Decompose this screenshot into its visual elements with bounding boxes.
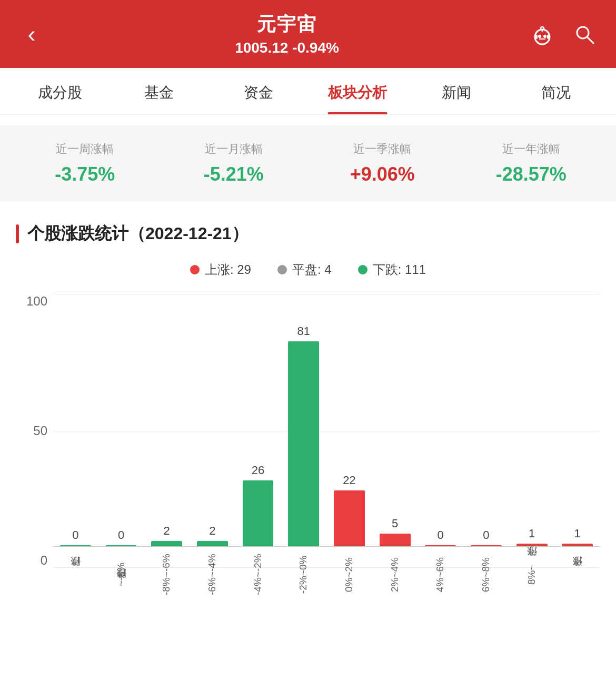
back-button[interactable]: ‹	[16, 18, 47, 50]
bar[interactable]	[60, 545, 91, 546]
stat-yearly-label: 近一年涨幅	[457, 141, 606, 157]
tab-news[interactable]: 新闻	[407, 68, 506, 114]
bar-group: 26	[235, 294, 281, 546]
bar-value-label: 2	[209, 524, 215, 538]
svg-rect-2	[547, 35, 549, 39]
stat-yearly-value: -28.57%	[457, 163, 606, 185]
bar-group: 0	[463, 294, 509, 546]
bar[interactable]	[380, 534, 411, 546]
bar[interactable]	[106, 545, 137, 546]
bar[interactable]	[516, 544, 548, 546]
bar[interactable]	[151, 541, 182, 546]
header-subtitle: 1005.12 -0.94%	[47, 40, 526, 56]
legend-fall-dot	[358, 265, 367, 274]
robot-icon[interactable]	[526, 18, 558, 50]
bar-value-label: 0	[483, 528, 489, 542]
chart-legend: 上涨: 29 平盘: 4 下跌: 111	[16, 261, 600, 278]
legend-rise: 上涨: 29	[190, 261, 251, 278]
bar-value-label: 1	[529, 527, 535, 540]
tab-overview[interactable]: 简况	[506, 68, 605, 114]
section-title: 个股涨跌统计（2022-12-21）	[0, 212, 616, 256]
bar-value-label: 5	[392, 517, 398, 530]
nav-tabs: 成分股 基金 资金 板块分析 新闻 简况	[0, 68, 616, 115]
stat-weekly: 近一周涨幅 -3.75%	[11, 141, 160, 185]
x-label: 4%~6%	[418, 552, 463, 599]
bar-group: 0	[418, 294, 463, 546]
bar[interactable]	[288, 341, 319, 546]
chart-inner: 002226812250011 跌停跌停~-8%-8%~-6%-6%~-4%-4…	[53, 294, 600, 599]
y-axis: 100 50 0	[16, 294, 53, 599]
tab-capital[interactable]: 资金	[209, 68, 308, 114]
x-label: -4%~-2%	[235, 552, 281, 599]
bar[interactable]	[562, 544, 593, 546]
legend-fall: 下跌: 111	[358, 261, 426, 278]
search-icon[interactable]	[569, 18, 600, 50]
x-label: 0%~2%	[326, 552, 372, 599]
header-right-icons	[526, 18, 600, 50]
legend-rise-dot	[190, 265, 200, 274]
bar-value-label: 26	[252, 464, 264, 477]
stat-quarterly-label: 近一季涨幅	[308, 141, 457, 157]
svg-line-9	[587, 37, 593, 43]
svg-rect-1	[535, 35, 538, 39]
stat-weekly-value: -3.75%	[11, 163, 160, 185]
x-label: 跌停	[53, 552, 98, 599]
chart-container: 上涨: 29 平盘: 4 下跌: 111 100 50 0 0022268122…	[0, 256, 616, 615]
tab-components[interactable]: 成分股	[11, 68, 110, 114]
section-title-bar	[16, 224, 19, 243]
bar[interactable]	[243, 480, 274, 546]
header-center: 元宇宙 1005.12 -0.94%	[47, 12, 526, 56]
x-label: -2%~0%	[281, 552, 326, 599]
bar-group: 2	[144, 294, 190, 546]
header-title: 元宇宙	[47, 12, 526, 37]
legend-flat-dot	[277, 265, 287, 274]
tab-sector-analysis[interactable]: 板块分析	[308, 68, 407, 114]
bar-group: 2	[190, 294, 235, 546]
y-label-0: 0	[16, 553, 53, 568]
stat-monthly-label: 近一月涨幅	[160, 141, 309, 157]
bar[interactable]	[334, 490, 365, 546]
bar-group: 0	[53, 294, 98, 546]
x-label: 2%~4%	[372, 552, 418, 599]
y-label-100: 100	[16, 294, 53, 309]
bar-value-label: 0	[438, 528, 444, 542]
bar[interactable]	[197, 541, 228, 546]
x-label: 8%~涨停	[509, 552, 555, 599]
header: ‹ 元宇宙 1005.12 -0.94%	[0, 0, 616, 68]
bar-group: 81	[281, 294, 326, 546]
bar-value-label: 0	[72, 528, 78, 542]
stat-quarterly-value: +9.06%	[308, 163, 457, 185]
x-label: 涨停	[554, 552, 600, 599]
section-title-text: 个股涨跌统计（2022-12-21）	[27, 222, 249, 245]
legend-flat: 平盘: 4	[277, 261, 332, 278]
stat-monthly: 近一月涨幅 -5.21%	[160, 141, 309, 185]
bar-group: 5	[372, 294, 418, 546]
stat-weekly-label: 近一周涨幅	[11, 141, 160, 157]
bar-group: 0	[98, 294, 144, 546]
stat-yearly: 近一年涨幅 -28.57%	[457, 141, 606, 185]
x-label: -6%~-4%	[190, 552, 235, 599]
x-labels: 跌停跌停~-8%-8%~-6%-6%~-4%-4%~-2%-2%~0%0%~2%…	[53, 552, 600, 599]
legend-rise-label: 上涨: 29	[205, 261, 251, 278]
bar-value-label: 1	[574, 527, 581, 540]
svg-point-6	[541, 27, 544, 30]
bars-area: 002226812250011	[53, 294, 600, 547]
bar[interactable]	[425, 545, 456, 546]
legend-flat-label: 平盘: 4	[292, 261, 332, 278]
x-label: 6%~8%	[463, 552, 509, 599]
y-label-50: 50	[16, 424, 53, 438]
bar-group: 1	[554, 294, 600, 546]
tab-fund[interactable]: 基金	[110, 68, 208, 114]
stat-quarterly: 近一季涨幅 +9.06%	[308, 141, 457, 185]
bar-value-label: 81	[297, 324, 310, 338]
bar-group: 22	[326, 294, 372, 546]
bar-value-label: 2	[164, 524, 170, 538]
bar[interactable]	[471, 545, 502, 546]
x-label: -8%~-6%	[144, 552, 190, 599]
svg-point-3	[538, 35, 541, 38]
svg-point-4	[543, 35, 547, 38]
bar-chart-wrapper: 100 50 0 002226812250011 跌停跌停~-8%-8%~-6%…	[16, 294, 600, 599]
stat-monthly-value: -5.21%	[160, 163, 309, 185]
stats-row: 近一周涨幅 -3.75% 近一月涨幅 -5.21% 近一季涨幅 +9.06% 近…	[0, 125, 616, 201]
legend-fall-label: 下跌: 111	[373, 261, 426, 278]
